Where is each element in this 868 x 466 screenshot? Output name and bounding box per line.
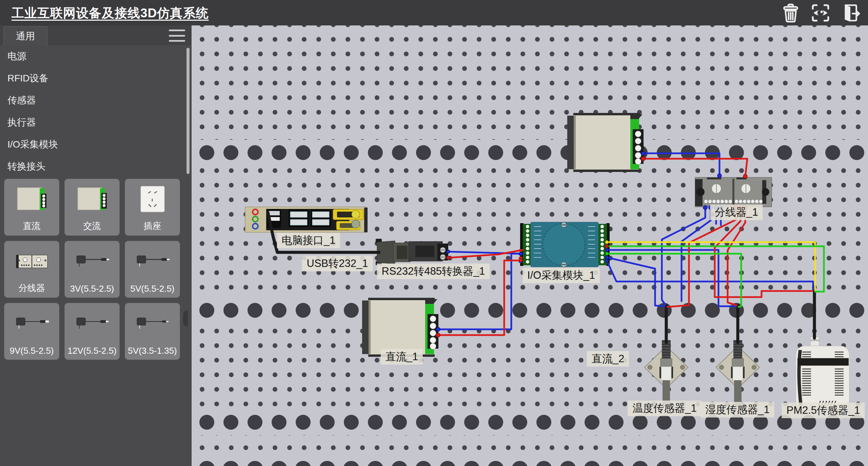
palette-item-socket[interactable]: 插座 xyxy=(125,179,180,236)
eye-scan-icon xyxy=(811,3,830,23)
sidebar: 通用 电源 RFID设备 传感器 执行器 I/O采集模块 转换接头 直流 xyxy=(0,25,192,466)
power-adapter-icon xyxy=(4,306,59,342)
category-sensor[interactable]: 传感器 xyxy=(0,89,192,111)
device-pm25-sensor[interactable] xyxy=(796,337,849,409)
tab-general[interactable]: 通用 xyxy=(3,26,47,45)
trash-icon xyxy=(781,3,801,23)
device-rs232-485[interactable] xyxy=(409,241,448,261)
preview-button[interactable] xyxy=(810,3,831,23)
device-palette: 直流 交流 xyxy=(4,179,187,360)
sidebar-tabbar: 通用 xyxy=(0,25,192,45)
delete-button[interactable] xyxy=(781,3,801,23)
category-power[interactable]: 电源 xyxy=(0,45,192,67)
category-rfid[interactable]: RFID设备 xyxy=(0,67,192,89)
device-label: USB转232_1 xyxy=(302,256,373,271)
device-dc-2[interactable] xyxy=(567,113,644,172)
ac-supply-icon xyxy=(65,182,119,217)
device-dc-1[interactable] xyxy=(362,298,438,357)
category-actuator[interactable]: 执行器 xyxy=(0,111,192,133)
topbar: 工业互联网设备及接线3D仿真系统 xyxy=(0,0,868,25)
dc-supply-icon xyxy=(4,182,59,217)
category-io-module[interactable]: I/O采集模块 xyxy=(0,133,192,155)
pegboard-big-row xyxy=(192,140,868,166)
palette-item-12v[interactable]: 12V(5.5-2.5) xyxy=(64,303,120,360)
sidebar-scrollbar[interactable] xyxy=(186,48,190,174)
category-adapter[interactable]: 转换接头 xyxy=(0,155,192,177)
palette-item-dc[interactable]: 直流 xyxy=(4,179,59,236)
socket-icon xyxy=(125,182,180,217)
device-splitter-1[interactable] xyxy=(695,177,772,207)
device-label: I/O采集模块_1 xyxy=(522,268,600,283)
device-label: 温度传感器_1 xyxy=(628,401,701,416)
app-title: 工业互联网设备及接线3D仿真系统 xyxy=(12,5,209,22)
palette-item-3v[interactable]: 3V(5.5-2.5) xyxy=(64,241,120,298)
exit-button[interactable] xyxy=(840,3,861,23)
device-usb-232[interactable] xyxy=(376,239,410,265)
splitter-icon xyxy=(4,244,59,279)
device-label: 直流_1 xyxy=(381,349,423,365)
pegboard-big-row xyxy=(192,297,868,323)
palette-item-5v-small[interactable]: 5V(3.5-1.35) xyxy=(125,303,180,360)
power-adapter-icon xyxy=(65,244,119,279)
device-label: 电脑接口_1 xyxy=(277,233,340,248)
pegboard-big-row xyxy=(192,456,868,466)
exit-icon xyxy=(841,3,860,23)
hamburger-icon[interactable] xyxy=(169,30,185,42)
device-label: 湿度传感器_1 xyxy=(701,402,774,418)
power-adapter-icon xyxy=(65,306,119,342)
power-adapter-icon xyxy=(125,244,180,279)
topbar-icons xyxy=(781,3,861,23)
device-label: 分线器_1 xyxy=(710,205,763,220)
device-label: 直流_2 xyxy=(587,351,629,367)
palette-item-5v[interactable]: 5V(5.5-2.5) xyxy=(125,241,180,298)
device-io-module[interactable] xyxy=(519,222,610,267)
device-label: RS232转485转换器_1 xyxy=(377,264,490,279)
power-adapter-icon xyxy=(125,306,180,342)
device-label: PM2.5传感器_1 xyxy=(782,403,865,418)
palette-item-ac[interactable]: 交流 xyxy=(64,179,120,236)
palette-item-9v[interactable]: 9V(5.5-2.5) xyxy=(4,303,59,360)
category-list: 电源 RFID设备 传感器 执行器 I/O采集模块 转换接头 xyxy=(0,45,192,177)
palette-item-splitter[interactable]: 分线器 xyxy=(4,241,59,298)
canvas[interactable]: 直流_2 分线器_1 电脑接口_1 USB转232_1 RS232转485转换器… xyxy=(192,25,868,466)
device-pc-interface[interactable] xyxy=(245,207,368,232)
